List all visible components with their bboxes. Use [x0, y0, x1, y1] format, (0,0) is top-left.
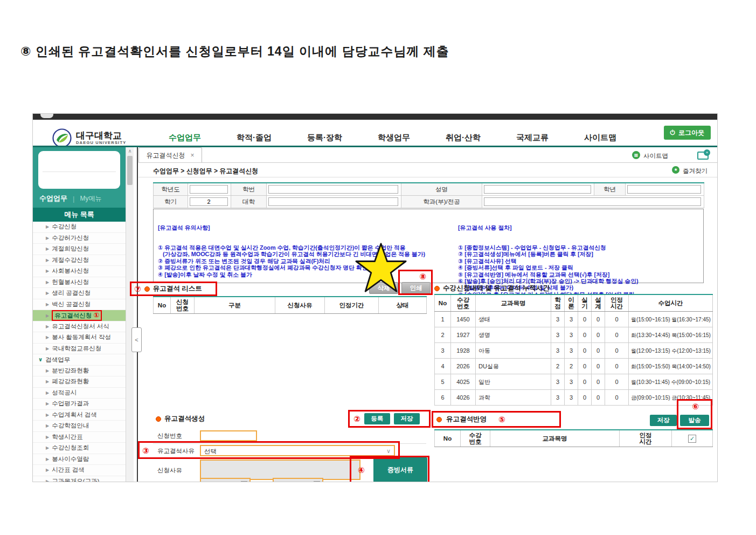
notice-line: ① [종합정보시스템] - 수업업무 - 신청업무 - 유고결석신청: [458, 244, 699, 251]
arrow-right-icon: ▶: [46, 401, 49, 406]
select-all-checkbox[interactable]: ✓: [688, 435, 696, 443]
col-status: 상태: [379, 297, 427, 314]
annotation-number: ⑧: [20, 44, 31, 58]
sidebar-scrollbar[interactable]: ∧: [126, 147, 134, 482]
sidebar-collapse-button[interactable]: <: [131, 327, 142, 352]
tab-close-icon[interactable]: ×: [190, 152, 194, 159]
sidebar-item[interactable]: ▶수업평가결과: [33, 399, 126, 410]
sidebar-item-label: 계절수강신청: [52, 257, 89, 263]
sitemap-label[interactable]: 사이트맵: [643, 152, 668, 160]
sidebar-item[interactable]: ▶백신 공결신청: [33, 299, 126, 311]
period-end-input[interactable]: [273, 478, 323, 482]
scroll-up-icon[interactable]: ∧: [126, 148, 134, 154]
nav-item-student-affairs[interactable]: 학생업무: [378, 133, 410, 143]
sidebar-item[interactable]: ▶생리 공결신청: [33, 288, 126, 299]
sidebar-item[interactable]: ▶교과목개요(교과): [33, 476, 126, 482]
col-reason: 신청사유: [275, 297, 325, 314]
nav-item-international[interactable]: 국제교류: [516, 133, 549, 143]
sidebar-item-label: 봉사 활동계획서 작성: [52, 334, 111, 340]
menu-list-title: 메뉴 목록: [33, 208, 126, 222]
sidebar-tab-classes[interactable]: 수업업무: [39, 194, 67, 203]
sidebar-tab-separator: |: [73, 195, 74, 203]
sidebar-item[interactable]: ▶봉사이수열람: [33, 454, 126, 465]
content-tab[interactable]: 유고결석신청 ×: [138, 147, 202, 163]
sidebar-item[interactable]: ▶시간표 검색: [33, 465, 126, 476]
annotation-4: ④: [358, 465, 365, 475]
year-input[interactable]: [190, 185, 228, 194]
sidebar-item-label: 수업평가결과: [52, 400, 89, 407]
notice-line: ⑤ [유고결석반영] 메뉴에서 적용할 교과목 선택(√)후 [저장]: [458, 271, 699, 278]
scrollbar-thumb[interactable]: [127, 156, 133, 185]
sidebar-item[interactable]: ▶수강신청: [33, 222, 126, 233]
name-input[interactable]: [484, 185, 591, 194]
nav-item-registration[interactable]: 등록·장학: [307, 133, 342, 143]
create-section-title: 유고결석생성: [164, 414, 205, 423]
list-section-title: 유고결석 리스트: [153, 284, 202, 293]
sidebar-item[interactable]: ▶헌혈봉사신청: [33, 277, 126, 289]
arrow-right-icon: ▶: [46, 390, 49, 395]
sidebar-item[interactable]: ▶계절수강신청: [33, 255, 126, 266]
close-all-tabs-badge-icon[interactable]: ×: [704, 149, 710, 156]
nav-item-classes[interactable]: 수업업무: [169, 133, 201, 143]
calendar-icon[interactable]: [314, 481, 320, 482]
register-button[interactable]: 등록: [364, 413, 390, 424]
sidebar-item[interactable]: ▶사회봉사신청: [33, 266, 126, 277]
table-row: 11450생태33000월(15:00~16:15) 월(16:30~17:45…: [435, 312, 713, 327]
col-practice: 실 기: [578, 294, 592, 312]
reflect-save-button[interactable]: 저장: [650, 415, 677, 426]
sidebar-item-label: 봉사이수열람: [52, 456, 89, 462]
notice-left-title: [유고결석 유의사항]: [158, 224, 452, 231]
calendar-icon[interactable]: [241, 481, 247, 482]
student-no-input[interactable]: [268, 185, 398, 194]
arrow-right-icon: ▶: [46, 224, 49, 229]
col-select-all: ✓: [672, 430, 713, 447]
sidebar-item-label: 수강학점안내: [52, 422, 89, 429]
detail-label: 신청사유: [157, 467, 182, 475]
col-apply-no: 신청 번호: [171, 297, 195, 314]
bullet-icon: [156, 416, 161, 422]
sitemap-icon[interactable]: ▦: [632, 151, 640, 159]
favorite-star-icon[interactable]: ★: [672, 166, 679, 174]
sidebar-item[interactable]: ▶유고결석신청①: [33, 310, 126, 321]
sidebar-item[interactable]: ▶폐강강좌현황: [33, 376, 126, 388]
sidebar-item[interactable]: ▶분반강좌현황: [33, 366, 126, 377]
user-info-box: [38, 151, 120, 189]
save-button[interactable]: 저장: [394, 413, 420, 424]
sidebar-section[interactable]: ∨검색업무: [33, 354, 126, 366]
sidebar-item[interactable]: ▶국내학점교류신청: [33, 344, 126, 355]
logout-button[interactable]: ⏻ 로그아웃: [664, 126, 711, 140]
sidebar-item[interactable]: ▶성적공시: [33, 388, 126, 399]
apply-no-input[interactable]: [200, 430, 257, 441]
label-year: 학년도: [154, 183, 188, 196]
sidebar-item[interactable]: ▶수강허가신청: [33, 233, 126, 244]
sidebar-item-label: 백신 공결신청: [52, 301, 91, 307]
sidebar-border: [137, 147, 138, 482]
breadcrumb-divider: [138, 177, 717, 177]
sidebar-tab-mymenu[interactable]: My메뉴: [80, 194, 101, 203]
sidebar-item[interactable]: ▶수강신청조회: [33, 443, 126, 454]
sidebar-item[interactable]: ▶계절희망신청: [33, 244, 126, 255]
major-input[interactable]: [484, 197, 701, 206]
college-input[interactable]: [268, 197, 398, 206]
sidebar-item[interactable]: ▶학생시간표: [33, 432, 126, 443]
nav-item-sitemap[interactable]: 사이트맵: [584, 133, 616, 143]
arrow-right-icon: ▶: [46, 435, 49, 440]
nav-item-career[interactable]: 취업·산학: [446, 133, 481, 143]
sidebar-item[interactable]: ▶봉사 활동계획서 작성: [33, 332, 126, 344]
page-annotation: ⑧ 인쇄된 유고결석확인서를 신청일로부터 14일 이내에 담당교수님께 제출: [20, 43, 449, 60]
logout-label: 로그아웃: [678, 128, 704, 138]
annotation-5: ⑤: [498, 415, 505, 424]
nav-item-records[interactable]: 학적·졸업: [237, 133, 272, 143]
grade-input[interactable]: [627, 185, 701, 194]
reflect-section-header: 유고결석반영 ⑤: [432, 411, 561, 428]
sidebar-item[interactable]: ▶수업계획서 검색: [33, 410, 126, 421]
period-start-input[interactable]: [200, 478, 251, 482]
sidebar-item[interactable]: ▶수강학점안내: [33, 421, 126, 432]
detail-reason-textarea[interactable]: [200, 459, 360, 480]
favorite-label[interactable]: 즐겨찾기: [683, 167, 708, 175]
arrow-right-icon: ▶: [46, 291, 49, 296]
semester-input[interactable]: [190, 197, 228, 206]
sidebar-item-label: 계절희망신청: [52, 245, 89, 252]
sidebar-menu: ▶수강신청▶수강허가신청▶계절희망신청▶계절수강신청▶사회봉사신청▶헌혈봉사신청…: [33, 222, 126, 482]
sidebar-item[interactable]: ▶유고결석신청서 서식: [33, 321, 126, 333]
